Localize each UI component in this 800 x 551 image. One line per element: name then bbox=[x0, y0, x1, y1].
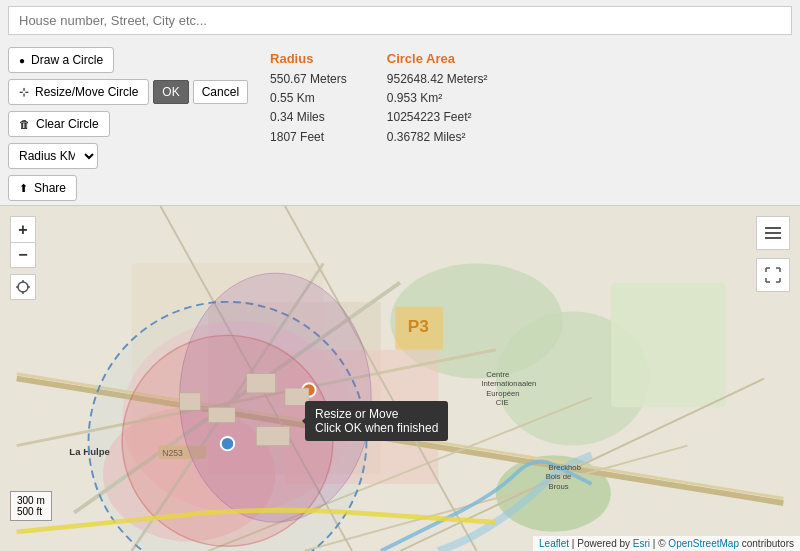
svg-rect-48 bbox=[765, 227, 781, 229]
layers-button[interactable] bbox=[756, 216, 790, 250]
zoom-controls: + − bbox=[10, 216, 36, 268]
area-feet2: 10254223 Feet² bbox=[387, 110, 472, 124]
svg-rect-50 bbox=[765, 237, 781, 239]
locate-button[interactable] bbox=[10, 274, 36, 300]
esri-link[interactable]: Esri bbox=[633, 538, 650, 549]
circle-icon bbox=[19, 53, 25, 67]
svg-rect-49 bbox=[765, 232, 781, 234]
radius-feet: 1807 Feet bbox=[270, 130, 324, 144]
share-button[interactable]: Share bbox=[8, 175, 77, 201]
map-container[interactable]: N253 La Hulpe P3 bbox=[0, 206, 800, 551]
svg-text:Bois de: Bois de bbox=[546, 472, 572, 481]
fullscreen-button[interactable] bbox=[756, 258, 790, 292]
svg-rect-29 bbox=[285, 388, 309, 405]
svg-rect-3 bbox=[611, 283, 726, 408]
clear-circle-label: Clear Circle bbox=[36, 117, 99, 131]
cancel-button[interactable]: Cancel bbox=[193, 80, 248, 104]
scale-300m: 300 m bbox=[17, 495, 45, 506]
resize-move-label: Resize/Move Circle bbox=[35, 85, 138, 99]
ok-button[interactable]: OK bbox=[153, 80, 188, 104]
radius-title: Radius bbox=[270, 51, 347, 66]
area-meters2: 952648.42 Meters² bbox=[387, 72, 488, 86]
attribution: Leaflet | Powered by Esri | © OpenStreet… bbox=[533, 536, 800, 551]
fullscreen-icon bbox=[765, 267, 781, 283]
leaflet-link[interactable]: Leaflet bbox=[539, 538, 569, 549]
search-input[interactable] bbox=[8, 6, 792, 35]
locate-icon bbox=[16, 280, 30, 294]
circle-area-values: 952648.42 Meters² 0.953 Km² 10254223 Fee… bbox=[387, 70, 488, 147]
svg-rect-32 bbox=[256, 426, 290, 445]
radius-values: 550.67 Meters 0.55 Km 0.34 Miles 1807 Fe… bbox=[270, 70, 347, 147]
svg-point-26 bbox=[221, 437, 234, 450]
svg-text:Brous: Brous bbox=[549, 482, 569, 491]
draw-circle-button[interactable]: Draw a Circle bbox=[8, 47, 114, 73]
svg-text:P3: P3 bbox=[408, 317, 429, 337]
radius-miles: 0.34 Miles bbox=[270, 110, 325, 124]
area-km2: 0.953 Km² bbox=[387, 91, 442, 105]
area-miles2: 0.36782 Miles² bbox=[387, 130, 466, 144]
move-icon bbox=[19, 85, 29, 99]
svg-point-25 bbox=[180, 273, 372, 522]
trash-icon bbox=[19, 117, 30, 131]
svg-text:Centre: Centre bbox=[486, 370, 509, 379]
svg-point-43 bbox=[18, 282, 28, 292]
circle-area-title: Circle Area bbox=[387, 51, 488, 66]
radius-unit-select[interactable]: Radius KM Radius Miles Radius Meters bbox=[8, 143, 98, 169]
map-background: N253 La Hulpe P3 bbox=[0, 206, 800, 551]
svg-text:Breckhob: Breckhob bbox=[549, 463, 581, 472]
radius-stats: Radius 550.67 Meters 0.55 Km 0.34 Miles … bbox=[270, 51, 347, 147]
radius-meters: 550.67 Meters bbox=[270, 72, 347, 86]
svg-text:Européen: Européen bbox=[486, 389, 519, 398]
svg-rect-30 bbox=[208, 407, 235, 422]
radius-km: 0.55 Km bbox=[270, 91, 315, 105]
scale-bar: 300 m 500 ft bbox=[10, 491, 52, 521]
zoom-in-button[interactable]: + bbox=[10, 216, 36, 242]
svg-rect-28 bbox=[247, 374, 276, 393]
svg-rect-33 bbox=[314, 417, 341, 438]
draw-circle-label: Draw a Circle bbox=[31, 53, 103, 67]
zoom-out-button[interactable]: − bbox=[10, 242, 36, 268]
share-icon bbox=[19, 181, 28, 195]
svg-text:Internationaalen: Internationaalen bbox=[481, 379, 536, 388]
osm-link[interactable]: OpenStreetMap bbox=[668, 538, 739, 549]
svg-rect-31 bbox=[180, 393, 201, 410]
scale-500ft: 500 ft bbox=[17, 506, 45, 517]
share-label: Share bbox=[34, 181, 66, 195]
resize-move-button[interactable]: Resize/Move Circle bbox=[8, 79, 149, 105]
clear-circle-button[interactable]: Clear Circle bbox=[8, 111, 110, 137]
layers-icon bbox=[763, 223, 783, 243]
circle-area-stats: Circle Area 952648.42 Meters² 0.953 Km² … bbox=[387, 51, 488, 147]
svg-text:CIE: CIE bbox=[496, 398, 509, 407]
